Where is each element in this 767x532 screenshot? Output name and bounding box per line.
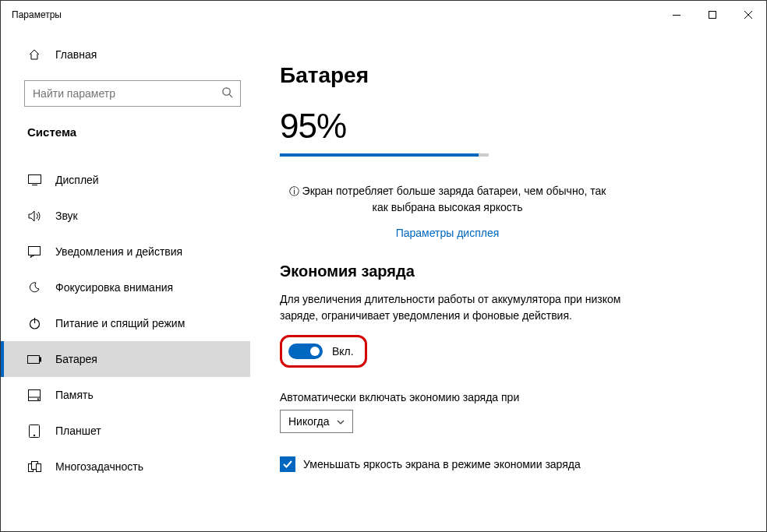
window-title: Параметры: [12, 9, 62, 20]
tablet-icon: [27, 424, 41, 438]
sidebar-item-display[interactable]: Дисплей: [1, 162, 250, 198]
auto-enable-label: Автоматически включать экономию заряда п…: [280, 391, 719, 403]
sidebar-item-sound[interactable]: Звук: [1, 198, 250, 234]
multitasking-icon: [27, 460, 41, 474]
sidebar-item-tablet[interactable]: Планшет: [1, 413, 250, 449]
svg-point-9: [37, 398, 39, 400]
info-icon: ⓘ: [289, 185, 299, 197]
minimize-button[interactable]: [659, 2, 695, 27]
svg-rect-6: [28, 355, 40, 363]
sidebar-item-label: Фокусировка внимания: [55, 281, 173, 294]
select-value: Никогда: [288, 415, 329, 428]
sidebar-item-battery[interactable]: Батарея: [1, 341, 250, 377]
sound-icon: [27, 209, 41, 223]
sidebar-item-notifications[interactable]: Уведомления и действия: [1, 234, 250, 270]
sidebar-item-multitasking[interactable]: Многозадачность: [1, 449, 250, 484]
sidebar-item-storage[interactable]: Память: [1, 377, 250, 413]
chevron-down-icon: [337, 417, 345, 426]
battery-icon: [27, 352, 41, 366]
search-input[interactable]: [24, 80, 241, 107]
svg-rect-0: [673, 15, 680, 16]
search-icon: [221, 86, 233, 100]
sidebar-item-label: Питание и спящий режим: [55, 317, 185, 329]
sidebar-item-focus[interactable]: Фокусировка внимания: [1, 270, 250, 305]
home-label: Главная: [55, 48, 97, 61]
svg-rect-1: [709, 12, 716, 19]
section-title: Экономия заряда: [280, 262, 719, 280]
info-text: ⓘЭкран потребляет больше заряда батареи,…: [280, 183, 615, 216]
titlebar: Параметры: [1, 1, 766, 29]
sidebar-item-label: Память: [55, 389, 94, 401]
battery-progress: [280, 153, 489, 157]
maximize-button[interactable]: [695, 2, 730, 27]
sidebar-item-label: Дисплей: [55, 174, 99, 186]
main-content: Батарея 95% ⓘЭкран потребляет больше зар…: [250, 29, 766, 531]
auto-enable-select[interactable]: Никогда: [280, 410, 353, 433]
info-message: Экран потребляет больше заряда батареи, …: [302, 185, 606, 213]
brightness-checkbox[interactable]: [280, 456, 295, 472]
page-title: Батарея: [280, 63, 719, 88]
svg-point-11: [34, 435, 35, 436]
brightness-checkbox-row: Уменьшать яркость экрана в режиме эконом…: [280, 456, 719, 472]
display-settings-link[interactable]: Параметры дисплея: [396, 227, 500, 239]
battery-saver-toggle-highlight: Вкл.: [280, 335, 367, 368]
category-header: Система: [1, 118, 250, 146]
checkbox-label: Уменьшать яркость экрана в режиме эконом…: [303, 458, 581, 470]
section-description: Для увеличения длительности работы от ак…: [280, 291, 623, 324]
home-icon: [27, 48, 41, 62]
battery-saver-toggle[interactable]: [288, 344, 323, 359]
svg-rect-7: [40, 358, 41, 361]
svg-rect-3: [28, 175, 41, 184]
svg-rect-4: [29, 246, 41, 255]
sidebar-item-label: Батарея: [55, 353, 97, 365]
sidebar-item-power[interactable]: Питание и спящий режим: [1, 305, 250, 341]
sidebar-item-label: Уведомления и действия: [55, 245, 182, 258]
storage-icon: [27, 388, 41, 402]
power-icon: [27, 316, 41, 330]
sidebar-item-label: Планшет: [55, 425, 101, 437]
display-icon: [27, 173, 41, 187]
sidebar: Главная Система Дисплей Звук Уведомления…: [1, 29, 250, 531]
info-block: ⓘЭкран потребляет больше заряда батареи,…: [280, 183, 615, 239]
svg-point-2: [223, 88, 230, 95]
progress-fill: [280, 153, 479, 157]
window-controls: [659, 2, 766, 27]
search-container: [24, 80, 241, 107]
nav-list: Дисплей Звук Уведомления и действия Фоку…: [1, 162, 250, 484]
focus-icon: [27, 280, 41, 294]
sidebar-item-label: Звук: [55, 210, 78, 222]
battery-percent: 95%: [280, 107, 719, 146]
svg-rect-14: [36, 464, 41, 472]
home-link[interactable]: Главная: [1, 40, 250, 69]
toggle-label: Вкл.: [332, 345, 354, 358]
close-button[interactable]: [730, 2, 766, 27]
notifications-icon: [27, 245, 41, 259]
sidebar-item-label: Многозадачность: [55, 460, 143, 473]
toggle-knob: [310, 347, 320, 356]
